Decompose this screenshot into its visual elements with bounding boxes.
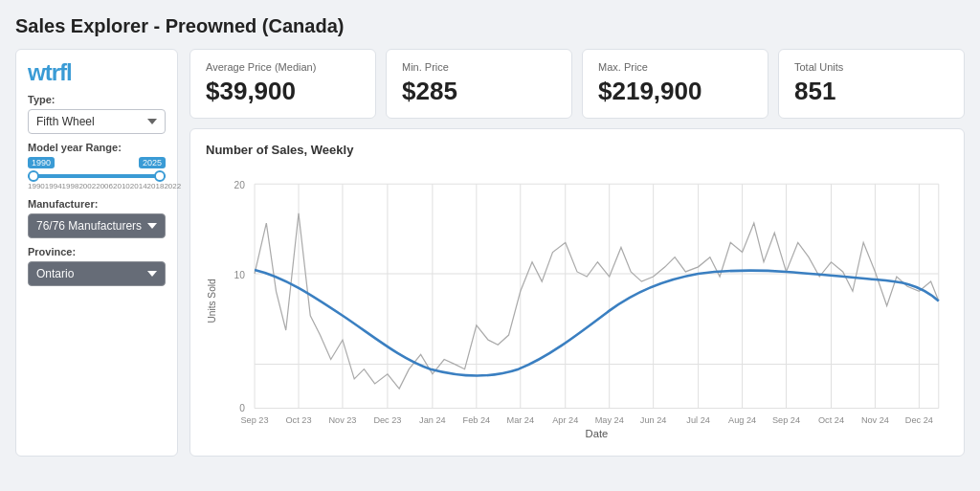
range-tick-labels: 1990 1994 1998 2002 2006 2010 2014 2018 …: [28, 182, 166, 190]
avg-price-label: Average Price (Median): [206, 61, 360, 73]
range-slider-track[interactable]: [28, 174, 166, 178]
total-units-card: Total Units 851: [778, 49, 965, 119]
min-price-label: Min. Price: [402, 61, 556, 73]
sidebar: wtrfl Type: Fifth Wheel Travel Trailer C…: [15, 49, 178, 457]
range-labels: 1990 2025: [28, 157, 166, 168]
svg-text:20: 20: [234, 180, 245, 190]
svg-text:Nov 24: Nov 24: [861, 415, 889, 425]
manufacturer-dropdown[interactable]: 76/76 Manufacturers: [28, 213, 166, 238]
province-dropdown[interactable]: Ontario British Columbia Alberta Quebec: [28, 261, 166, 286]
svg-text:Dec 24: Dec 24: [905, 415, 933, 425]
svg-text:Oct 23: Oct 23: [285, 415, 311, 425]
svg-text:Date: Date: [586, 428, 609, 439]
svg-text:Sep 23: Sep 23: [241, 415, 269, 425]
logo: wtrfl: [28, 61, 166, 84]
chart-card: Number of Sales, Weekly: [189, 128, 965, 457]
range-slider-left-thumb[interactable]: [28, 170, 39, 182]
svg-text:Jun 24: Jun 24: [640, 415, 667, 425]
model-year-label: Model year Range:: [28, 142, 166, 153]
raw-line: [255, 213, 939, 389]
right-panel: Average Price (Median) $39,900 Min. Pric…: [189, 49, 965, 457]
svg-text:Apr 24: Apr 24: [552, 415, 578, 425]
year-max-badge: 2025: [139, 157, 166, 168]
range-slider-right-thumb[interactable]: [154, 170, 166, 182]
total-units-value: 851: [794, 77, 948, 106]
province-label: Province:: [28, 246, 166, 257]
main-layout: wtrfl Type: Fifth Wheel Travel Trailer C…: [15, 49, 965, 457]
year-min-badge: 1990: [28, 157, 55, 168]
max-price-value: $219,900: [598, 77, 752, 106]
max-price-card: Max. Price $219,900: [582, 49, 768, 119]
chart-area: 20 10 0 Units Sold Sep 23 Oct 23 Nov 23 …: [206, 165, 948, 442]
avg-price-card: Average Price (Median) $39,900: [189, 49, 376, 119]
min-price-card: Min. Price $285: [386, 49, 572, 119]
type-label: Type:: [28, 94, 166, 105]
svg-text:Feb 24: Feb 24: [463, 415, 491, 425]
metrics-row: Average Price (Median) $39,900 Min. Pric…: [189, 49, 965, 119]
year-range-container: 1990 2025 1990 1994 1998 2002 2006 2010 …: [28, 157, 166, 190]
min-price-value: $285: [402, 77, 556, 106]
svg-text:Dec 23: Dec 23: [373, 415, 401, 425]
total-units-label: Total Units: [794, 61, 948, 73]
svg-text:Jul 24: Jul 24: [686, 415, 709, 425]
svg-text:Nov 23: Nov 23: [328, 415, 356, 425]
svg-text:Aug 24: Aug 24: [728, 415, 756, 425]
smooth-line: [255, 270, 939, 376]
chart-title: Number of Sales, Weekly: [206, 143, 948, 157]
svg-text:Mar 24: Mar 24: [507, 415, 535, 425]
svg-text:Oct 24: Oct 24: [818, 415, 844, 425]
svg-text:Sep 24: Sep 24: [772, 415, 800, 425]
svg-text:May 24: May 24: [595, 415, 624, 425]
svg-text:10: 10: [234, 270, 245, 280]
svg-text:Units Sold: Units Sold: [207, 279, 217, 324]
page-title: Sales Explorer - Preowned (Canada): [15, 15, 965, 37]
manufacturer-label: Manufacturer:: [28, 198, 166, 210]
max-price-label: Max. Price: [598, 61, 752, 73]
svg-text:Jan 24: Jan 24: [419, 415, 446, 425]
avg-price-value: $39,900: [206, 77, 360, 106]
type-dropdown[interactable]: Fifth Wheel Travel Trailer Class A Class…: [28, 109, 166, 134]
svg-text:0: 0: [239, 403, 245, 413]
chart-svg: 20 10 0 Units Sold Sep 23 Oct 23 Nov 23 …: [206, 165, 948, 442]
